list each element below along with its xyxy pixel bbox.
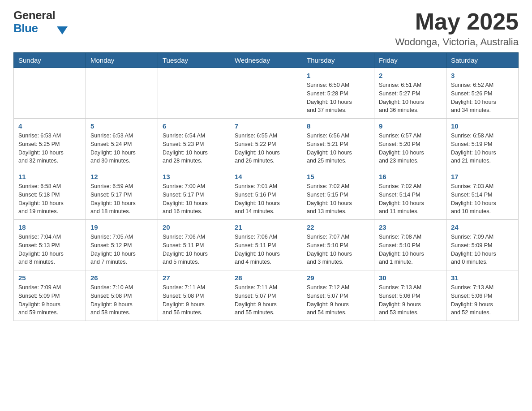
day-info: Sunrise: 6:58 AM Sunset: 5:18 PM Dayligh… (18, 182, 81, 216)
logo: General Blue (13, 9, 68, 34)
calendar-cell: 7Sunrise: 6:55 AM Sunset: 5:22 PM Daylig… (230, 119, 302, 169)
weekday-header-thursday: Thursday (302, 53, 374, 68)
day-info: Sunrise: 7:11 AM Sunset: 5:08 PM Dayligh… (163, 283, 225, 317)
day-info: Sunrise: 7:02 AM Sunset: 5:15 PM Dayligh… (307, 182, 369, 216)
day-number: 15 (307, 173, 369, 180)
day-info: Sunrise: 6:58 AM Sunset: 5:19 PM Dayligh… (451, 132, 514, 165)
day-info: Sunrise: 7:01 AM Sunset: 5:16 PM Dayligh… (235, 182, 297, 216)
day-number: 11 (18, 173, 81, 180)
calendar-cell: 24Sunrise: 7:09 AM Sunset: 5:09 PM Dayli… (446, 220, 519, 270)
day-info: Sunrise: 7:07 AM Sunset: 5:10 PM Dayligh… (307, 233, 369, 266)
day-number: 22 (307, 223, 369, 231)
day-info: Sunrise: 7:03 AM Sunset: 5:14 PM Dayligh… (451, 182, 514, 216)
calendar-cell: 30Sunrise: 7:13 AM Sunset: 5:06 PM Dayli… (374, 270, 446, 321)
day-number: 26 (90, 274, 153, 282)
calendar-cell: 12Sunrise: 6:59 AM Sunset: 5:17 PM Dayli… (86, 169, 158, 220)
day-number: 20 (163, 223, 225, 231)
calendar-cell (158, 68, 230, 119)
weekday-header-tuesday: Tuesday (158, 53, 230, 68)
weekday-header-row: SundayMondayTuesdayWednesdayThursdayFrid… (14, 53, 519, 68)
day-info: Sunrise: 7:02 AM Sunset: 5:14 PM Dayligh… (379, 182, 442, 216)
day-number: 1 (307, 72, 369, 79)
calendar-cell: 21Sunrise: 7:06 AM Sunset: 5:11 PM Dayli… (230, 220, 302, 270)
day-info: Sunrise: 7:11 AM Sunset: 5:07 PM Dayligh… (235, 283, 297, 317)
day-number: 4 (18, 122, 81, 130)
calendar-cell: 11Sunrise: 6:58 AM Sunset: 5:18 PM Dayli… (14, 169, 86, 220)
day-info: Sunrise: 6:53 AM Sunset: 5:25 PM Dayligh… (18, 132, 81, 165)
calendar-cell: 19Sunrise: 7:05 AM Sunset: 5:12 PM Dayli… (86, 220, 158, 270)
logo-triangle-icon (57, 26, 68, 34)
calendar-cell: 22Sunrise: 7:07 AM Sunset: 5:10 PM Dayli… (302, 220, 374, 270)
day-info: Sunrise: 6:54 AM Sunset: 5:23 PM Dayligh… (163, 132, 225, 165)
calendar-cell: 1Sunrise: 6:50 AM Sunset: 5:28 PM Daylig… (302, 68, 374, 119)
day-info: Sunrise: 7:08 AM Sunset: 5:10 PM Dayligh… (379, 233, 442, 266)
title-section: May 2025 Wodonga, Victoria, Australia (395, 9, 519, 48)
calendar-cell: 26Sunrise: 7:10 AM Sunset: 5:08 PM Dayli… (86, 270, 158, 321)
weekday-header-saturday: Saturday (446, 53, 519, 68)
day-number: 19 (90, 223, 153, 231)
calendar-cell: 16Sunrise: 7:02 AM Sunset: 5:14 PM Dayli… (374, 169, 446, 220)
day-number: 14 (235, 173, 297, 180)
day-info: Sunrise: 6:50 AM Sunset: 5:28 PM Dayligh… (307, 81, 369, 115)
day-info: Sunrise: 6:56 AM Sunset: 5:21 PM Dayligh… (307, 132, 369, 165)
day-number: 23 (379, 223, 442, 231)
calendar-cell: 27Sunrise: 7:11 AM Sunset: 5:08 PM Dayli… (158, 270, 230, 321)
weekday-header-friday: Friday (374, 53, 446, 68)
week-row-1: 1Sunrise: 6:50 AM Sunset: 5:28 PM Daylig… (14, 68, 519, 119)
calendar-cell: 6Sunrise: 6:54 AM Sunset: 5:23 PM Daylig… (158, 119, 230, 169)
calendar-cell (14, 68, 86, 119)
day-number: 3 (451, 72, 514, 79)
day-number: 27 (163, 274, 225, 282)
day-number: 25 (18, 274, 81, 282)
day-info: Sunrise: 7:13 AM Sunset: 5:06 PM Dayligh… (451, 283, 514, 317)
week-row-4: 18Sunrise: 7:04 AM Sunset: 5:13 PM Dayli… (14, 220, 519, 270)
day-number: 2 (379, 72, 442, 79)
calendar-cell: 5Sunrise: 6:53 AM Sunset: 5:24 PM Daylig… (86, 119, 158, 169)
weekday-header-sunday: Sunday (14, 53, 86, 68)
day-number: 24 (451, 223, 514, 231)
day-info: Sunrise: 6:59 AM Sunset: 5:17 PM Dayligh… (90, 182, 153, 216)
day-number: 8 (307, 122, 369, 130)
day-number: 7 (235, 122, 297, 130)
calendar-cell: 2Sunrise: 6:51 AM Sunset: 5:27 PM Daylig… (374, 68, 446, 119)
week-row-5: 25Sunrise: 7:09 AM Sunset: 5:09 PM Dayli… (14, 270, 519, 321)
day-info: Sunrise: 6:52 AM Sunset: 5:26 PM Dayligh… (451, 81, 514, 115)
week-row-2: 4Sunrise: 6:53 AM Sunset: 5:25 PM Daylig… (14, 119, 519, 169)
day-info: Sunrise: 7:12 AM Sunset: 5:07 PM Dayligh… (307, 283, 369, 317)
calendar-cell: 15Sunrise: 7:02 AM Sunset: 5:15 PM Dayli… (302, 169, 374, 220)
day-number: 6 (163, 122, 225, 130)
calendar-cell: 20Sunrise: 7:06 AM Sunset: 5:11 PM Dayli… (158, 220, 230, 270)
day-info: Sunrise: 7:04 AM Sunset: 5:13 PM Dayligh… (18, 233, 81, 266)
day-number: 28 (235, 274, 297, 282)
calendar-cell: 13Sunrise: 7:00 AM Sunset: 5:17 PM Dayli… (158, 169, 230, 220)
week-row-3: 11Sunrise: 6:58 AM Sunset: 5:18 PM Dayli… (14, 169, 519, 220)
calendar-cell: 31Sunrise: 7:13 AM Sunset: 5:06 PM Dayli… (446, 270, 519, 321)
location-text: Wodonga, Victoria, Australia (395, 36, 519, 48)
day-info: Sunrise: 6:55 AM Sunset: 5:22 PM Dayligh… (235, 132, 297, 165)
day-number: 21 (235, 223, 297, 231)
day-info: Sunrise: 6:51 AM Sunset: 5:27 PM Dayligh… (379, 81, 442, 115)
calendar-cell: 29Sunrise: 7:12 AM Sunset: 5:07 PM Dayli… (302, 270, 374, 321)
day-number: 31 (451, 274, 514, 282)
page-header: General Blue May 2025 Wodonga, Victoria,… (13, 9, 519, 48)
calendar-cell: 23Sunrise: 7:08 AM Sunset: 5:10 PM Dayli… (374, 220, 446, 270)
weekday-header-monday: Monday (86, 53, 158, 68)
logo-blue-text: Blue (13, 22, 55, 35)
day-number: 10 (451, 122, 514, 130)
calendar-cell: 8Sunrise: 6:56 AM Sunset: 5:21 PM Daylig… (302, 119, 374, 169)
day-info: Sunrise: 6:53 AM Sunset: 5:24 PM Dayligh… (90, 132, 153, 165)
day-number: 5 (90, 122, 153, 130)
calendar-table: SundayMondayTuesdayWednesdayThursdayFrid… (13, 52, 519, 321)
day-info: Sunrise: 7:13 AM Sunset: 5:06 PM Dayligh… (379, 283, 442, 317)
day-info: Sunrise: 7:09 AM Sunset: 5:09 PM Dayligh… (18, 283, 81, 317)
calendar-cell: 28Sunrise: 7:11 AM Sunset: 5:07 PM Dayli… (230, 270, 302, 321)
calendar-cell: 25Sunrise: 7:09 AM Sunset: 5:09 PM Dayli… (14, 270, 86, 321)
calendar-cell: 3Sunrise: 6:52 AM Sunset: 5:26 PM Daylig… (446, 68, 519, 119)
day-info: Sunrise: 7:09 AM Sunset: 5:09 PM Dayligh… (451, 233, 514, 266)
weekday-header-wednesday: Wednesday (230, 53, 302, 68)
calendar-cell: 4Sunrise: 6:53 AM Sunset: 5:25 PM Daylig… (14, 119, 86, 169)
day-number: 30 (379, 274, 442, 282)
day-number: 18 (18, 223, 81, 231)
calendar-cell: 18Sunrise: 7:04 AM Sunset: 5:13 PM Dayli… (14, 220, 86, 270)
day-number: 17 (451, 173, 514, 180)
